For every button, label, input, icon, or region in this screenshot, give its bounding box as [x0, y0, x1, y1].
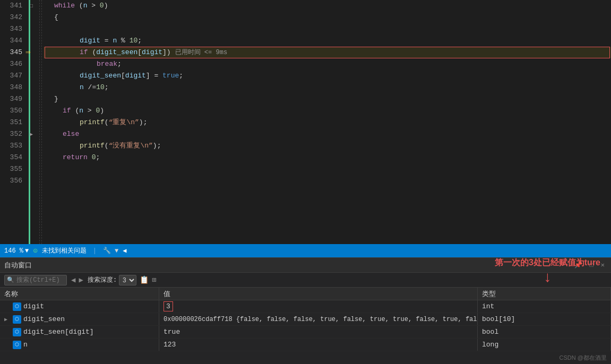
- zoom-dropdown[interactable]: ▼: [25, 247, 29, 255]
- line-341: 341: [2, 0, 22, 12]
- td-value-digit_seen_digit: true: [159, 326, 478, 338]
- green-bar: [29, 0, 30, 244]
- table-header: 名称 值 类型: [0, 288, 611, 300]
- search-box[interactable]: 🔍: [4, 275, 67, 285]
- gutter: □ ▶ ⇒: [27, 0, 37, 244]
- th-value: 值: [159, 288, 478, 300]
- code-line-351: printf ( “重复\n” );: [44, 117, 611, 128]
- code-line-344: digit = n % 10 ;: [44, 35, 611, 47]
- var-icon-n: ⬡: [13, 341, 21, 349]
- grid-icon[interactable]: ⊞: [152, 275, 156, 284]
- td-value-digit: 3: [159, 300, 478, 313]
- zoom-level: 146 %: [4, 247, 23, 255]
- table-row[interactable]: ▶ ⬡ digit_seen[digit] true bool: [0, 326, 611, 339]
- auto-panel-controls: 📌 □ ✕: [572, 260, 607, 270]
- code-line-355: [44, 163, 611, 175]
- line-346: 346: [2, 58, 22, 70]
- td-name-digit_seen_digit: ▶ ⬡ digit_seen[digit]: [0, 326, 159, 338]
- line-351: 351: [2, 117, 22, 128]
- line-343: 343: [2, 23, 22, 35]
- debug-arrow: ⇒: [25, 47, 31, 58]
- code-line-356: [44, 175, 611, 187]
- td-value-n: 123: [159, 339, 478, 351]
- line-345: 345: [2, 47, 22, 58]
- code-editor: 341 342 343 344 345 346 347 348 349 350 …: [0, 0, 611, 244]
- code-lines: while ( n > 0 ) { digit: [44, 0, 611, 244]
- var-name-n: n: [23, 341, 28, 349]
- line-353: 353: [2, 140, 22, 152]
- var-icon-digit_seen_digit: ⬡: [13, 328, 21, 336]
- line-356: 356: [2, 175, 22, 187]
- problems-text: 未找到相关问题: [42, 246, 87, 255]
- search-input[interactable]: [16, 276, 64, 284]
- float-icon[interactable]: □: [588, 261, 596, 270]
- debug-hint: 已用时间 <= 9ms: [175, 47, 227, 58]
- toolbar-row: 🔍 ◀ ▶ 搜索深度: 3 1 2 4 5 📋 ⊞: [0, 273, 611, 288]
- auto-panel-header: 自动窗口 📌 □ ✕: [0, 258, 611, 273]
- depth-label: 搜索深度:: [88, 275, 117, 284]
- th-type: 类型: [478, 288, 611, 300]
- pin-icon[interactable]: 📌: [572, 260, 584, 270]
- code-line-345: if ( digit_seen [ digit ]) 已用时间 <= 9ms: [44, 47, 611, 58]
- td-type-n: long: [478, 339, 611, 351]
- nav-arrows: ◀ ▶: [70, 275, 84, 284]
- expand-digit_seen[interactable]: ▶: [4, 316, 11, 323]
- code-line-345-wrapper: if ( digit_seen [ digit ]) 已用时间 <= 9ms: [44, 47, 611, 58]
- depth-box: 搜索深度: 3 1 2 4 5: [88, 275, 136, 285]
- td-type-digit_seen_digit: bool: [478, 326, 611, 338]
- watch-table: 名称 值 类型 ▶ ⬡ digit 3: [0, 288, 611, 364]
- nav-next[interactable]: ▶: [78, 275, 84, 284]
- td-name-digit_seen: ▶ ⬡ digit_seen: [0, 313, 159, 325]
- td-name-digit: ▶ ⬡ digit: [0, 300, 159, 313]
- auto-panel: 自动窗口 📌 □ ✕ 🔍 ◀ ▶ 搜索深度: 3 1 2: [0, 257, 611, 364]
- collapse-341[interactable]: □: [30, 0, 34, 12]
- code-line-343: [44, 23, 611, 35]
- table-row[interactable]: ▶ ⬡ digit_seen 0x00000026cdaff718 {false…: [0, 313, 611, 326]
- var-name-digit: digit: [23, 302, 44, 310]
- status-icon-remote: ⊙: [33, 246, 37, 255]
- code-line-341: while ( n > 0 ): [44, 0, 611, 12]
- th-name: 名称: [0, 288, 159, 300]
- value-digit-highlighted: 3: [163, 301, 173, 311]
- code-line-350: if ( n > 0 ): [44, 105, 611, 117]
- line-349: 349: [2, 93, 22, 105]
- code-line-354: return 0 ;: [44, 152, 611, 163]
- var-icon-digit: ⬡: [13, 302, 21, 311]
- close-panel-icon[interactable]: ✕: [599, 260, 607, 270]
- line-354: 354: [2, 152, 22, 163]
- td-type-digit: int: [478, 300, 611, 313]
- line-350: 350: [2, 105, 22, 117]
- search-icon: 🔍: [7, 276, 14, 283]
- td-name-n: ▶ ⬡ n: [0, 339, 159, 351]
- line-347: 347: [2, 70, 22, 82]
- depth-select[interactable]: 3 1 2 4 5: [119, 275, 136, 285]
- table-body: ▶ ⬡ digit 3 int ▶ ⬡ digit_seen: [0, 300, 611, 351]
- table-row[interactable]: ▶ ⬡ digit 3 int: [0, 300, 611, 313]
- code-line-352: else: [44, 128, 611, 140]
- var-name-digit_seen_digit: digit_seen[digit]: [23, 328, 94, 336]
- var-name-digit_seen: digit_seen: [23, 315, 65, 323]
- nav-prev[interactable]: ◀: [70, 275, 76, 284]
- line-355: 355: [2, 163, 22, 175]
- line-348: 348: [2, 82, 22, 93]
- line-352: 352: [2, 128, 22, 140]
- nav-back[interactable]: ◀: [123, 247, 126, 255]
- code-line-347: digit_seen [ digit ] = true ;: [44, 70, 611, 82]
- line-342: 342: [2, 12, 22, 23]
- tools-icon[interactable]: 🔧 ▼: [103, 247, 118, 255]
- table-row[interactable]: ▶ ⬡ n 123 long: [0, 339, 611, 351]
- copy-icon[interactable]: 📋: [140, 275, 149, 284]
- zoom-item[interactable]: 146 % ▼: [4, 247, 29, 255]
- td-value-digit_seen: 0x00000026cdaff718 {false, false, false,…: [159, 313, 478, 325]
- code-line-342: {: [44, 12, 611, 23]
- line-344: 344: [2, 35, 22, 47]
- collapse-352[interactable]: ▶: [30, 128, 34, 140]
- indent-guide-col: [37, 0, 44, 244]
- watermark: CSDN @都在酒里: [560, 354, 607, 362]
- var-icon-digit_seen: ⬡: [13, 315, 21, 324]
- code-line-349: }: [44, 93, 611, 105]
- code-line-348: n /= 10 ;: [44, 82, 611, 93]
- status-bar: 146 % ▼ ⊙ 未找到相关问题 | 🔧 ▼ ◀: [0, 244, 611, 257]
- code-line-346: break ;: [44, 58, 611, 70]
- td-type-digit_seen: bool[10]: [478, 313, 611, 325]
